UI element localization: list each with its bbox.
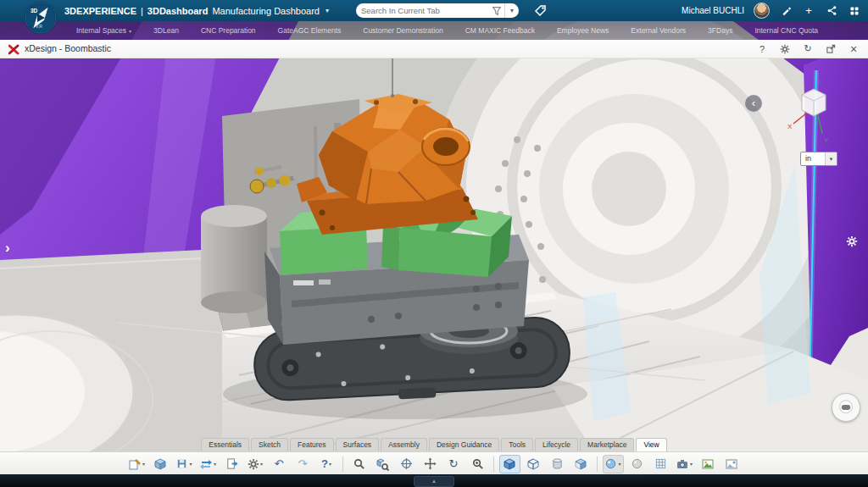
dash-tab-3fdays[interactable]: 3FDays [708, 26, 732, 35]
tab-sketch[interactable]: Sketch [251, 438, 288, 451]
tab-lifecycle[interactable]: Lifecycle [535, 438, 578, 451]
export-page-button[interactable] [221, 455, 242, 473]
dash-tab-cnc-preparation[interactable]: CNC Preparation [201, 26, 256, 35]
dash-tab-internal-spaces[interactable]: Internal Spaces▾ [76, 26, 131, 35]
tag-icon[interactable] [532, 3, 548, 18]
target-icon [400, 457, 413, 470]
search-options-chevron-icon[interactable]: ▼ [504, 3, 519, 18]
tab-assembly[interactable]: Assembly [381, 438, 427, 451]
refresh-icon[interactable]: ↻ [802, 43, 814, 55]
undo-icon: ↶ [275, 458, 284, 469]
share-icon[interactable] [825, 4, 838, 18]
center-view-button[interactable] [396, 455, 417, 473]
pan-arrows-icon [424, 457, 437, 470]
dock-expand-handle[interactable]: ▴ [414, 476, 454, 487]
user-avatar[interactable] [754, 3, 770, 19]
render-button[interactable] [626, 455, 648, 473]
grid-button[interactable] [650, 455, 671, 473]
viewport-settings-gear-icon[interactable] [846, 235, 858, 251]
dash-tab-employee-news[interactable]: Employee News [557, 26, 609, 35]
design-new-button[interactable]: ▾ [126, 455, 147, 473]
zoom-fit-button[interactable] [372, 455, 393, 473]
3dexperience-compass-logo[interactable]: 3D V.R [24, 1, 58, 35]
dash-tab-internal-cnc-quota[interactable]: Internal CNC Quota [754, 26, 818, 35]
pan-button[interactable] [420, 455, 441, 473]
settings-gear-button[interactable]: ▾ [245, 455, 266, 473]
filter-funnel-icon[interactable] [489, 6, 504, 16]
cube-icon [153, 457, 167, 471]
dash-tab-customer-demonstration[interactable]: Customer Demonstration [363, 26, 442, 35]
insert-media-button[interactable] [721, 455, 743, 473]
search-bar[interactable]: ▼ [356, 3, 519, 18]
ribbon-tab-bar: Essentials Sketch Features Surfaces Asse… [0, 438, 868, 451]
axis-z-label: Z [817, 79, 821, 86]
dash-tab-external-vendors[interactable]: External Vendors [631, 26, 686, 35]
shaded-cube-icon [503, 457, 516, 471]
top-brand-bar: 3DEXPERIENCE | 3DDashboard Manufacturing… [0, 0, 868, 21]
magnifier-icon [353, 457, 365, 470]
sync-arrows-icon [199, 457, 213, 471]
appearance-button[interactable]: ▾ [603, 455, 624, 473]
shaded-mode-button[interactable] [499, 455, 520, 473]
zoom-fit-icon [376, 457, 389, 471]
search-input[interactable] [356, 6, 489, 15]
toolbar-separator [597, 457, 598, 472]
chevron-down-icon[interactable]: ▾ [326, 7, 329, 14]
floppy-icon [175, 457, 188, 470]
left-panel-chevron-icon[interactable]: › [5, 240, 10, 257]
brand-divider: | [141, 6, 143, 16]
section-view-button[interactable] [570, 455, 592, 473]
view-cube[interactable]: Z X Y [785, 76, 843, 151]
insert-image-button[interactable] [698, 455, 719, 473]
popout-icon[interactable] [825, 43, 837, 55]
3d-viewport[interactable] [0, 21, 868, 451]
assistant-avatar-button[interactable] [832, 393, 860, 422]
dash-tab-gateagc-elements[interactable]: GateAGC Elements [278, 26, 342, 35]
close-icon[interactable]: × [848, 43, 860, 55]
tab-marketplace[interactable]: Marketplace [580, 438, 634, 451]
section-cube-icon [574, 457, 587, 471]
tab-surfaces[interactable]: Surfaces [336, 438, 380, 451]
axis-y-label: Y [824, 136, 829, 144]
camera-icon [676, 457, 689, 471]
wireframe-cube-icon [526, 457, 540, 471]
save-button[interactable]: ▾ [174, 455, 195, 473]
redo-button[interactable]: ↷ [292, 455, 314, 473]
xdesign-app-icon [8, 43, 19, 54]
chevron-down-icon: ▼ [825, 152, 837, 165]
window-title: xDesign - Boombastic [25, 40, 111, 58]
dash-tab-cm-maxic-feedback[interactable]: CM MAXIC Feedback [465, 26, 535, 35]
back-arrow-button[interactable]: ‹ [745, 95, 762, 112]
user-name[interactable]: Michael BUCHLI [682, 6, 744, 15]
breadcrumb[interactable]: 3DEXPERIENCE | 3DDashboard Manufacturing… [64, 0, 329, 21]
gray-cylinder [201, 205, 267, 313]
hide-show-button[interactable] [547, 455, 568, 473]
primitive-cube-button[interactable] [150, 455, 171, 473]
help-icon[interactable]: ? [756, 43, 768, 55]
toolbar-separator [342, 457, 343, 472]
tab-features[interactable]: Features [290, 438, 334, 451]
cylinder-icon [551, 457, 564, 470]
wireframe-mode-button[interactable] [523, 455, 544, 473]
gear-icon[interactable] [779, 43, 791, 55]
tab-essentials[interactable]: Essentials [201, 438, 249, 451]
logo-vr-label: V.R [36, 24, 42, 29]
help-button[interactable]: ?▾ [316, 455, 337, 473]
apps-grid-icon[interactable] [848, 4, 861, 18]
tab-tools[interactable]: Tools [501, 438, 533, 451]
import-export-button[interactable]: ▾ [198, 455, 219, 473]
dash-tab-3dlean[interactable]: 3DLean [153, 26, 179, 35]
tab-design-guidance[interactable]: Design Guidance [429, 438, 499, 451]
undo-button[interactable]: ↶ [269, 455, 290, 473]
screen: 3DEXPERIENCE | 3DDashboard Manufacturing… [0, 0, 868, 487]
tab-view[interactable]: View [636, 438, 666, 451]
export-page-icon [225, 457, 238, 470]
capture-button[interactable]: ▾ [674, 455, 695, 473]
add-plus-icon[interactable]: + [802, 4, 815, 18]
edit-pen-icon[interactable] [779, 4, 793, 18]
zoom-button[interactable] [467, 455, 488, 473]
unit-selector[interactable]: in ▼ [800, 152, 837, 166]
rotate-view-button[interactable]: ↻ [443, 455, 465, 473]
help-icon: ? [321, 458, 328, 469]
search-button[interactable] [348, 455, 370, 473]
